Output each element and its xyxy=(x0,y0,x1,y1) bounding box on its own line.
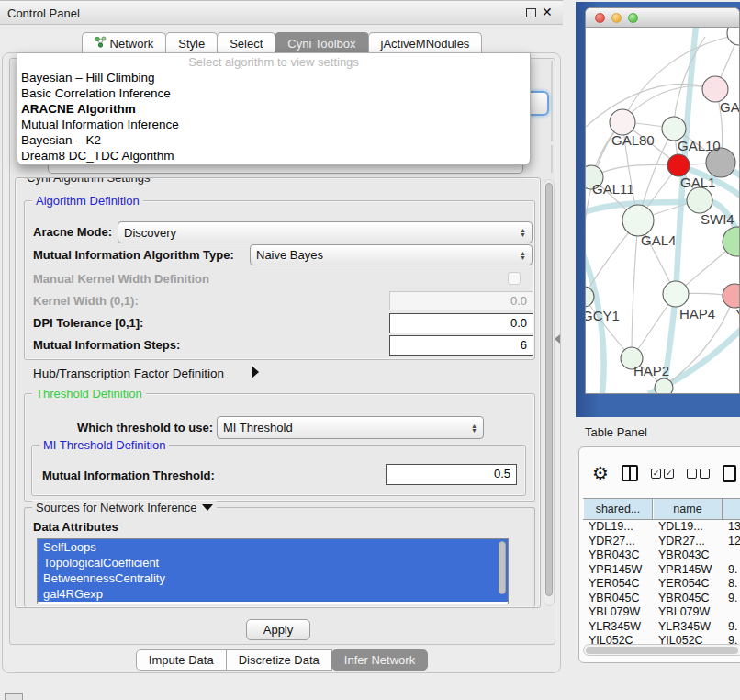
app-root: Control Panel ✕ NetworkStyleSelectCyni T… xyxy=(0,0,740,700)
table-row[interactable]: YDR27...YDR27...12 xyxy=(583,535,740,549)
column-header-name[interactable]: name xyxy=(653,499,723,519)
network-window-titlebar[interactable] xyxy=(586,8,739,28)
node-salmon-right[interactable] xyxy=(723,284,740,308)
document-icon[interactable] xyxy=(723,465,736,482)
network-tab-icon xyxy=(95,36,107,51)
data-attributes-list[interactable]: SelfLoopsTopologicalCoefficientBetweenne… xyxy=(37,538,509,604)
apply-button[interactable]: Apply xyxy=(246,619,310,640)
attribute-item-selfloops[interactable]: SelfLoops xyxy=(38,539,508,555)
table-cell: 9. xyxy=(723,620,740,635)
table-cell: YIL052C xyxy=(653,634,723,644)
close-panel-icon[interactable]: ✕ xyxy=(542,5,553,19)
attribute-item-betweennesscentrality[interactable]: BetweennessCentrality xyxy=(38,570,508,586)
settings-scrollbar[interactable] xyxy=(544,179,555,606)
bottom-tab-discretize-data[interactable]: Discretize Data xyxy=(226,649,332,671)
table-hscrollbar-thumb[interactable] xyxy=(586,647,738,654)
algorithm-option-bayesian-k2[interactable]: Bayesian – K2 xyxy=(17,132,530,148)
node-label-hap4: HAP4 xyxy=(679,306,715,322)
algorithm-option-dream8-dc-tdc-algorithm[interactable]: Dream8 DC_TDC Algorithm xyxy=(17,148,530,164)
table-row[interactable]: YBR045CYBR045C9. xyxy=(583,592,740,606)
mi-type-select[interactable]: Naive Bayes ▲▼ xyxy=(250,244,533,265)
network-edge[interactable] xyxy=(591,164,678,177)
table-cell: YDL19... xyxy=(583,520,653,535)
table-row[interactable]: YDL19...YDL19...13 xyxy=(583,520,740,535)
network-edge[interactable] xyxy=(622,86,715,122)
table-cell xyxy=(723,605,740,620)
node-gal1-red[interactable] xyxy=(667,154,690,176)
dpi-tolerance-input[interactable]: 0.0 xyxy=(389,313,533,333)
sources-title[interactable]: Sources for Network Inference xyxy=(36,501,197,514)
tab-jactivemnodules[interactable]: jActiveMNodules xyxy=(368,32,483,54)
table-row[interactable]: YER054CYER054C8. xyxy=(583,577,740,592)
tab-network[interactable]: Network xyxy=(82,32,167,54)
node-partial-top[interactable] xyxy=(727,28,740,45)
sources-title-wrap: Sources for Network Inference xyxy=(32,501,217,514)
table-hscrollbar[interactable] xyxy=(583,644,740,656)
node-partial-bottom[interactable] xyxy=(655,378,673,394)
gear-icon[interactable]: ⚙ xyxy=(592,462,609,484)
algorithm-dropdown-popup: Select algorithm to view settings Bayesi… xyxy=(17,52,531,165)
zoom-window-icon[interactable] xyxy=(628,13,638,23)
aracne-mode-select[interactable]: Discovery ▲▼ xyxy=(118,221,533,243)
column-header-shared[interactable]: shared... xyxy=(583,499,653,519)
unchecked-boxes-icon[interactable] xyxy=(687,469,710,479)
attribute-item-topologicalcoefficient[interactable]: TopologicalCoefficient xyxy=(38,555,508,570)
node-gal80[interactable] xyxy=(610,109,635,135)
cyni-settings-title: Cyni Algorithm Settings xyxy=(23,177,153,185)
algorithm-option-mutual-information-inference[interactable]: Mutual Information Inference xyxy=(17,117,530,132)
algorithm-option-basic-correlation-inference[interactable]: Basic Correlation Inference xyxy=(17,85,530,101)
manual-kernel-checkbox[interactable] xyxy=(508,272,521,285)
node-hap4[interactable] xyxy=(663,281,689,307)
table-header: shared...name xyxy=(583,498,740,520)
attribute-item-gal4rgexp[interactable]: gal4RGexp xyxy=(38,586,508,602)
network-edge-teal[interactable] xyxy=(663,28,696,394)
node-gal-pink[interactable] xyxy=(702,76,728,102)
algorithm-option-aracne-algorithm[interactable]: ARACNE Algorithm xyxy=(17,101,530,117)
network-edge[interactable] xyxy=(586,84,715,127)
settings-scrollbar-thumb[interactable] xyxy=(545,183,553,596)
table-row[interactable]: YIL052CYIL052C9. xyxy=(583,634,740,644)
tab-style[interactable]: Style xyxy=(165,32,218,54)
collapse-down-icon[interactable] xyxy=(202,504,213,511)
bottom-tab-infer-network[interactable]: Infer Network xyxy=(331,649,428,671)
algorithm-option-bayesian-hill-climbing[interactable]: Bayesian – Hill Climbing xyxy=(17,70,530,85)
aracne-mode-value: Discovery xyxy=(124,226,176,240)
tab-label: Network xyxy=(110,37,154,51)
checked-boxes-icon[interactable]: ✓✓ xyxy=(651,469,674,479)
float-panel-icon[interactable] xyxy=(526,8,536,17)
mi-steps-input[interactable]: 6 xyxy=(389,335,533,356)
bottom-corner-button[interactable] xyxy=(5,693,23,700)
hidden-combo-focus-ring xyxy=(529,91,549,116)
node-gal4[interactable] xyxy=(622,205,654,236)
close-window-icon[interactable] xyxy=(595,13,605,23)
network-edge[interactable] xyxy=(632,220,638,358)
table-row[interactable]: YLR345WYLR345W9. xyxy=(583,620,740,635)
table-rows: YDL19...YDL19...13YDR27...YDR27...12YBR0… xyxy=(583,520,740,644)
table-row[interactable]: YPR145WYPR145W9. xyxy=(583,563,740,578)
table-row[interactable]: YBR043CYBR043C xyxy=(583,548,740,563)
column-header-cut[interactable] xyxy=(723,499,740,519)
mi-threshold-input[interactable]: 0.5 xyxy=(386,464,517,485)
network-view-window[interactable]: GALGAL80GAL10GAL1GAL11SWI4GAL4GCY1HAP4YH… xyxy=(585,7,740,394)
split-table-icon[interactable] xyxy=(622,465,638,481)
kernel-width-input[interactable]: 0.0 xyxy=(389,291,533,310)
aracne-mode-label: Aracne Mode: xyxy=(33,225,112,239)
expand-right-icon[interactable] xyxy=(252,366,259,378)
list-scrollbar-thumb[interactable] xyxy=(499,541,506,594)
network-canvas[interactable]: GALGAL80GAL10GAL1GAL11SWI4GAL4GCY1HAP4YH… xyxy=(586,28,740,394)
minimize-window-icon[interactable] xyxy=(611,13,622,23)
panel-collapse-arrow[interactable] xyxy=(555,334,560,344)
hub-definition-label[interactable]: Hub/Transcription Factor Definition xyxy=(33,367,224,380)
threshold-definition-title: Threshold Definition xyxy=(32,387,146,401)
bottom-tab-impute-data[interactable]: Impute Data xyxy=(136,649,227,671)
mi-type-label: Mutual Information Algorithm Type: xyxy=(33,248,234,262)
node-swi4[interactable] xyxy=(687,187,712,213)
which-threshold-select[interactable]: MI Threshold ▲▼ xyxy=(217,416,484,439)
tab-select[interactable]: Select xyxy=(217,32,275,54)
node-label-gal11: GAL11 xyxy=(592,181,634,197)
table-cell: YPR145W xyxy=(583,563,653,578)
bottom-tab-bar: Impute DataDiscretize DataInfer Network xyxy=(0,649,563,671)
tab-label: Cyni Toolbox xyxy=(287,37,355,51)
tab-cyni-toolbox[interactable]: Cyni Toolbox xyxy=(275,32,368,54)
table-row[interactable]: YBL079WYBL079W xyxy=(583,605,740,620)
